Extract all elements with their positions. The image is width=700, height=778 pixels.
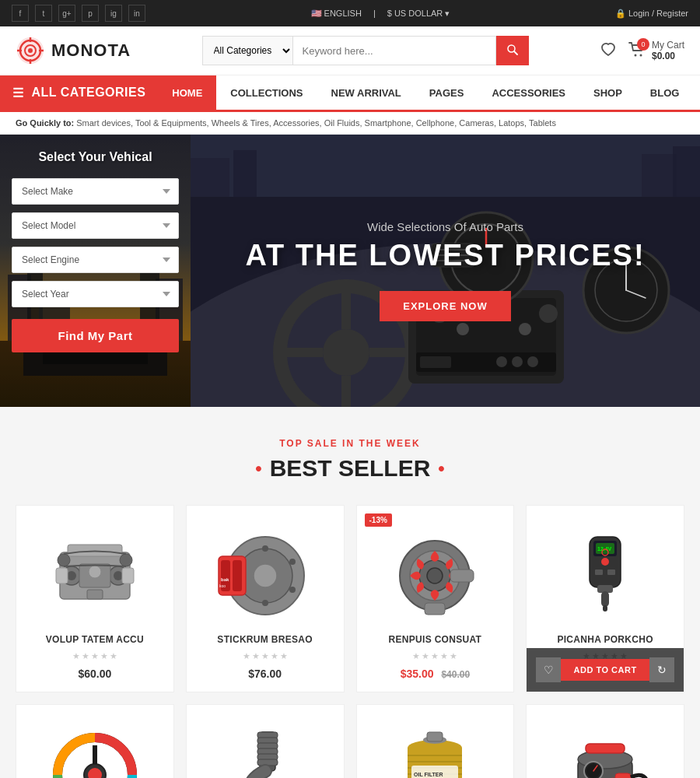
quicklink-smart[interactable]: Smart devices bbox=[76, 118, 131, 128]
explore-button[interactable]: EXPLORE NOW bbox=[380, 291, 511, 321]
svg-point-58 bbox=[58, 554, 70, 566]
instagram-icon[interactable]: ig bbox=[105, 5, 122, 22]
svg-rect-78 bbox=[450, 569, 474, 582]
svg-rect-56 bbox=[122, 568, 134, 584]
googleplus-icon[interactable]: g+ bbox=[58, 5, 75, 22]
search-button[interactable] bbox=[496, 36, 529, 65]
svg-rect-86 bbox=[607, 569, 615, 575]
product-grid: VOLUP TATEM ACCU ★★★★★ $60.00 bbox=[16, 505, 684, 692]
quicklink-tablets[interactable]: Tablets bbox=[529, 118, 556, 128]
nav-links: HOME COLLECTIONS NEW ARRIVAL PAGES ACCES… bbox=[158, 75, 693, 110]
twitter-icon[interactable]: t bbox=[35, 5, 52, 22]
product-image-1 bbox=[40, 525, 149, 626]
svg-point-63 bbox=[262, 545, 268, 552]
nav-blog[interactable]: BLOG bbox=[636, 75, 694, 110]
find-my-part-button[interactable]: Find My Part bbox=[12, 319, 179, 352]
top-bar: f t g+ p ig in 🇺🇸 ENGLISH | $ US DOLLAR … bbox=[0, 0, 700, 26]
svg-point-39 bbox=[496, 356, 507, 367]
currency-selector[interactable]: $ US DOLLAR ▾ bbox=[387, 9, 450, 19]
vehicle-form: Select Your Vehical Select Make Select M… bbox=[0, 135, 191, 368]
svg-rect-89 bbox=[603, 605, 607, 612]
pinterest-icon[interactable]: p bbox=[82, 5, 99, 22]
svg-rect-79 bbox=[425, 603, 445, 615]
section-title: BEST SELLER bbox=[16, 455, 684, 482]
refresh-icon-button[interactable]: ↻ bbox=[649, 657, 674, 682]
quicklink-smartphone[interactable]: Smartphone bbox=[365, 118, 411, 128]
header-actions: 0 My Cart $0.00 bbox=[600, 40, 684, 61]
search-input[interactable] bbox=[292, 36, 496, 65]
nav-new-arrival[interactable]: NEW ARRIVAL bbox=[317, 75, 415, 110]
product-price-1: $60.00 bbox=[28, 668, 162, 680]
product-card-4[interactable]: 12.4V ♡ ADD TO CART bbox=[526, 505, 684, 692]
brake-icon: bak koo bbox=[215, 529, 316, 622]
linkedin-icon[interactable]: in bbox=[128, 5, 145, 22]
model-select[interactable]: Select Model bbox=[12, 212, 179, 239]
quicklink-latops[interactable]: Latops bbox=[499, 118, 524, 128]
category-select[interactable]: All Categories bbox=[202, 36, 292, 65]
svg-rect-71 bbox=[233, 560, 242, 591]
product-card-1[interactable]: VOLUP TATEM ACCU ★★★★★ $60.00 bbox=[16, 505, 174, 692]
svg-rect-43 bbox=[191, 158, 229, 197]
product-image-5 bbox=[40, 724, 149, 778]
quicklink-wheels[interactable]: Wheels & Tires bbox=[212, 118, 269, 128]
quicklink-cellphone[interactable]: Cellphone bbox=[416, 118, 455, 128]
vehicle-sidebar: Select Your Vehical Select Make Select M… bbox=[0, 135, 191, 407]
top-bar-settings: 🇺🇸 ENGLISH | $ US DOLLAR ▾ bbox=[311, 9, 450, 19]
product-grid-row2: STEERING WHEEL ★★★★★ $45.00 bbox=[16, 704, 684, 778]
svg-rect-134 bbox=[586, 744, 625, 753]
svg-point-41 bbox=[527, 356, 538, 367]
svg-point-11 bbox=[639, 54, 642, 56]
cart-icon-wrap: 0 bbox=[628, 42, 646, 60]
engine-select[interactable]: Select Engine bbox=[12, 247, 179, 273]
nav-accessories[interactable]: ACCESSORIES bbox=[478, 75, 579, 110]
register-link[interactable]: Register bbox=[656, 9, 688, 18]
product-price-2: $76.00 bbox=[198, 668, 332, 680]
svg-text:bak: bak bbox=[221, 577, 229, 582]
add-to-cart-button-4[interactable]: ADD TO CART bbox=[561, 659, 649, 681]
product-card-5[interactable]: STEERING WHEEL ★★★★★ $45.00 bbox=[16, 704, 174, 778]
cart-button[interactable]: 0 My Cart $0.00 bbox=[628, 40, 684, 61]
product-card-8[interactable]: ON AIR COMPRESSOR ★★★★★ $55.00 bbox=[526, 704, 684, 778]
nav-shop[interactable]: SHOP bbox=[579, 75, 636, 110]
svg-point-54 bbox=[89, 566, 101, 578]
menu-icon: ☰ bbox=[12, 86, 24, 100]
make-select[interactable]: Select Make bbox=[12, 178, 179, 205]
nav-home[interactable]: HOME bbox=[158, 75, 216, 110]
nav-collections[interactable]: COLLECTIONS bbox=[216, 75, 317, 110]
nav-pages[interactable]: PAGES bbox=[415, 75, 478, 110]
product-price-3: $35.00 $40.00 bbox=[369, 668, 502, 680]
quicklink-tool[interactable]: Tool & Equipments bbox=[135, 118, 207, 128]
language-selector[interactable]: 🇺🇸 ENGLISH bbox=[311, 9, 362, 19]
product-name-3: RENPUIS CONSUAT bbox=[369, 634, 502, 645]
quicklink-oil[interactable]: Oil Fluids bbox=[324, 118, 360, 128]
wishlist-button[interactable] bbox=[600, 41, 617, 61]
hero-subtitle: Wide Selections Of Auto Parts bbox=[245, 220, 645, 233]
social-links: f t g+ p ig in bbox=[12, 5, 145, 22]
svg-rect-88 bbox=[601, 591, 609, 607]
quicklink-accessories[interactable]: Accessories bbox=[273, 118, 319, 128]
logo[interactable]: MONOTA bbox=[16, 36, 131, 65]
svg-rect-133 bbox=[615, 773, 631, 778]
svg-rect-126 bbox=[427, 732, 443, 741]
auth-links: 🔒 Login / Register bbox=[615, 9, 688, 19]
engine-icon bbox=[44, 529, 145, 622]
air-compressor-icon: ON bbox=[555, 728, 656, 778]
login-link[interactable]: Login bbox=[628, 9, 649, 18]
product-card-6[interactable]: AUTO PIPE ★★★★★ $28.00 bbox=[186, 704, 345, 778]
discount-badge-3: -13% bbox=[365, 513, 392, 527]
quicklink-cameras[interactable]: Cameras bbox=[459, 118, 494, 128]
svg-line-9 bbox=[514, 51, 517, 54]
all-categories-button[interactable]: ☰ ALL CATEGORIES bbox=[0, 75, 158, 110]
hero-title: AT THE LOWEST PRICES! bbox=[245, 240, 645, 272]
steering-wheel-icon bbox=[44, 728, 145, 778]
year-select[interactable]: Select Year bbox=[12, 281, 179, 307]
hero-banner: Wide Selections Of Auto Parts AT THE LOW… bbox=[191, 135, 700, 407]
product-card-7[interactable]: OIL FILTER PREMIUM OIL FILTER ★★★★★ $32.… bbox=[356, 704, 515, 778]
product-card-2[interactable]: bak koo STICKRUM BRESAO ★★★★★ $76.00 bbox=[186, 505, 345, 692]
product-card-3[interactable]: -13% bbox=[356, 505, 515, 692]
svg-point-50 bbox=[67, 571, 76, 580]
svg-point-59 bbox=[120, 554, 132, 566]
wishlist-product-button[interactable]: ♡ bbox=[536, 657, 561, 682]
product-stars-2: ★★★★★ bbox=[198, 651, 332, 661]
facebook-icon[interactable]: f bbox=[12, 5, 29, 22]
